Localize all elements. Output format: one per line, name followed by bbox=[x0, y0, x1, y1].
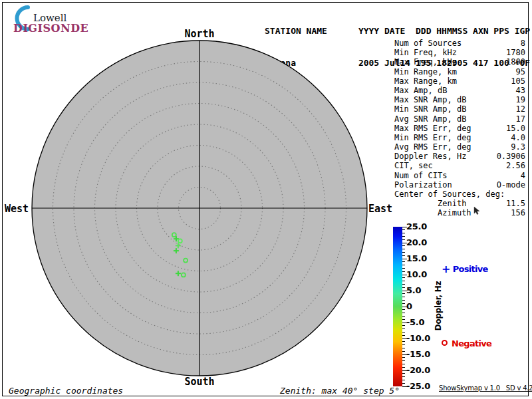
stat-value: 156 bbox=[511, 208, 525, 217]
colorbar-tick-label: -5.0 bbox=[406, 318, 436, 327]
stat-row: Doppler Res, Hz0.3906 bbox=[394, 152, 525, 161]
stat-label: Max SNR Amp, dB bbox=[394, 95, 466, 104]
stat-row: Max Range, km105 bbox=[394, 76, 525, 86]
compass-north-label: North bbox=[173, 28, 226, 40]
colorbar-minor-tick bbox=[402, 297, 405, 297]
colorbar-minor-tick bbox=[402, 309, 405, 310]
colorbar-minor-tick bbox=[402, 332, 405, 332]
stats-panel: Num of Sources8Min Freq, kHz1780Max Freq… bbox=[394, 39, 525, 218]
colorbar-minor-tick bbox=[402, 255, 405, 256]
stat-label: Azimuth bbox=[394, 208, 471, 217]
stat-label: Max Freq, kHz bbox=[394, 57, 457, 66]
compass-south-label: South bbox=[173, 376, 226, 388]
doppler-colorbar bbox=[393, 227, 402, 386]
stat-value: 17 bbox=[516, 114, 525, 124]
stat-label: Zenith bbox=[394, 199, 466, 208]
colorbar-minor-tick bbox=[402, 303, 405, 304]
stat-label: Polarization bbox=[394, 180, 452, 190]
stat-row: Center of Sources, deg: bbox=[394, 190, 525, 199]
stat-row: Min Range, km95 bbox=[394, 67, 525, 76]
stat-label: Min Range, km bbox=[394, 67, 457, 76]
stat-value: 4 bbox=[521, 171, 525, 180]
stat-label: Min RMS Err, deg bbox=[394, 133, 471, 142]
lowell-digisonde-logo: Lowell DIGISONDE bbox=[8, 4, 94, 32]
colorbar-tick-label: -10.0 bbox=[406, 334, 436, 343]
stat-label: Max Amp, dB bbox=[394, 86, 447, 95]
stat-label: Num of Sources bbox=[394, 39, 462, 48]
stat-label: Min Freq, kHz bbox=[394, 48, 457, 57]
colorbar-minor-tick bbox=[402, 313, 405, 313]
legend-positive: +Positive bbox=[442, 263, 488, 275]
stat-value: 8 bbox=[521, 39, 525, 48]
colorbar-tick-label: 20.0 bbox=[406, 238, 436, 247]
stat-row: Max RMS Err, deg15.0 bbox=[394, 124, 525, 133]
colorbar-minor-tick bbox=[402, 293, 405, 294]
colorbar-minor-tick bbox=[402, 239, 405, 240]
colorbar-minor-tick bbox=[402, 341, 405, 342]
zenith-range-label: Zenith: max 40° step 5° bbox=[280, 386, 400, 396]
stat-row: Max Freq, kHz1800 bbox=[394, 57, 525, 66]
stat-label: Center of Sources, deg: bbox=[394, 190, 505, 199]
stat-value: 2.56 bbox=[506, 161, 525, 170]
stat-label: Num of CITs bbox=[394, 171, 447, 180]
stat-value: O-mode bbox=[497, 180, 525, 190]
stat-label: Avg SNR Amp, dB bbox=[394, 114, 466, 124]
stat-row: CIT, sec2.56 bbox=[394, 161, 525, 170]
stat-label: Avg RMS Err, deg bbox=[394, 142, 471, 152]
stat-row: Num of Sources8 bbox=[394, 39, 525, 48]
skymap-plot bbox=[31, 40, 368, 376]
colorbar-minor-tick bbox=[402, 373, 405, 374]
colorbar-minor-tick bbox=[402, 376, 405, 377]
stat-value: 12 bbox=[516, 104, 525, 114]
colorbar-tick-label: 5.0 bbox=[406, 286, 436, 295]
colorbar-minor-tick bbox=[402, 348, 405, 348]
stat-row: Min Freq, kHz1780 bbox=[394, 48, 525, 57]
stat-label: Min SNR Amp, dB bbox=[394, 104, 466, 114]
stat-row: Zenith11.5 bbox=[394, 199, 525, 208]
stat-value: 1780 bbox=[506, 48, 525, 57]
showskymap-window: Lowell DIGISONDE STATION NAME YYYY DATE … bbox=[0, 0, 532, 399]
header-columns-row: STATION NAME YYYY DATE DDD HHMMSS AXN PP… bbox=[265, 26, 530, 37]
colorbar-minor-tick bbox=[402, 344, 405, 345]
stat-value: 95 bbox=[516, 67, 525, 76]
mouse-cursor-icon bbox=[473, 206, 481, 215]
colorbar-tick-label: 15.0 bbox=[406, 254, 436, 263]
stat-row: Avg RMS Err, deg9.3 bbox=[394, 142, 525, 152]
stat-value: 9.3 bbox=[511, 142, 525, 152]
stat-row: Min RMS Err, deg4.0 bbox=[394, 133, 525, 142]
colorbar-minor-tick bbox=[402, 271, 405, 272]
colorbar-minor-tick bbox=[402, 380, 405, 380]
colorbar-minor-tick bbox=[402, 335, 405, 336]
colorbar-tick-label: 0 bbox=[406, 302, 436, 311]
stat-value: 15.0 bbox=[506, 124, 525, 133]
colorbar-minor-tick bbox=[402, 268, 405, 269]
colorbar-minor-tick bbox=[402, 351, 405, 352]
stat-row: Min SNR Amp, dB12 bbox=[394, 104, 525, 114]
logo-digisonde-text: DIGISONDE bbox=[13, 22, 88, 35]
colorbar-minor-tick bbox=[402, 261, 405, 262]
doppler-axis-label: Doppler, Hz bbox=[434, 266, 443, 346]
stat-label: CIT, sec bbox=[394, 161, 433, 170]
colorbar-tick-label: -15.0 bbox=[406, 350, 436, 359]
legend-negative-label: Negative bbox=[452, 338, 491, 348]
stat-label: Max Range, km bbox=[394, 76, 457, 86]
colorbar-tick-label: -25.0 bbox=[406, 382, 436, 391]
stat-row: Max SNR Amp, dB19 bbox=[394, 95, 525, 104]
plus-icon: + bbox=[442, 263, 450, 275]
legend-positive-label: Positive bbox=[453, 264, 488, 274]
stat-value: 4.0 bbox=[511, 133, 525, 142]
colorbar-minor-tick bbox=[402, 252, 405, 253]
colorbar-minor-tick bbox=[402, 245, 405, 246]
colorbar-minor-tick bbox=[402, 300, 405, 301]
colorbar-minor-tick bbox=[402, 284, 405, 285]
colorbar-minor-tick bbox=[402, 329, 405, 329]
stat-value: 0.3906 bbox=[497, 152, 525, 161]
colorbar-minor-tick bbox=[402, 319, 405, 320]
stat-label: Max RMS Err, deg bbox=[394, 124, 471, 133]
stat-value: 19 bbox=[516, 95, 525, 104]
stat-row: Num of CITs4 bbox=[394, 171, 525, 180]
colorbar-minor-tick bbox=[402, 265, 405, 265]
colorbar-tick-label: 25.0 bbox=[406, 222, 436, 231]
colorbar-minor-tick bbox=[402, 325, 405, 326]
colorbar-minor-tick bbox=[402, 360, 405, 361]
